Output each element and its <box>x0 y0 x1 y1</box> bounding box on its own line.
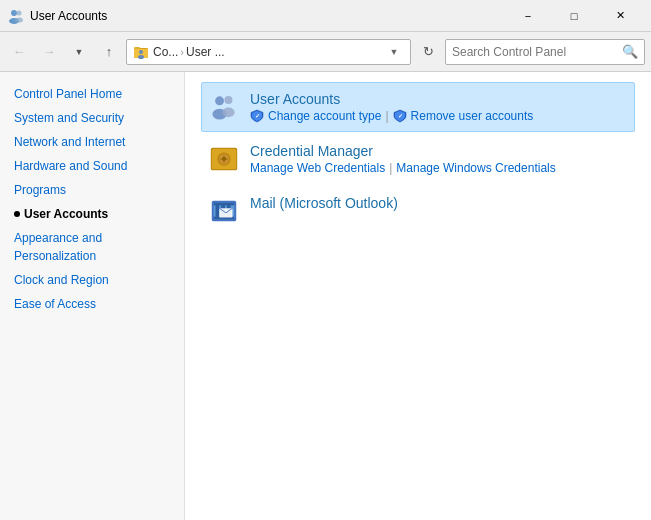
address-bar[interactable]: Co... › User ... ▼ <box>126 39 411 65</box>
svg-rect-21 <box>224 155 225 163</box>
svg-point-9 <box>215 96 224 105</box>
svg-text:✓: ✓ <box>255 113 260 119</box>
sidebar: Control Panel Home System and Security N… <box>0 72 185 520</box>
address-dropdown-button[interactable]: ▼ <box>384 40 404 64</box>
sidebar-item-ease-of-access[interactable]: Ease of Access <box>0 292 184 316</box>
window-controls: − □ ✕ <box>505 0 643 32</box>
user-accounts-title[interactable]: User Accounts <box>250 91 533 107</box>
user-accounts-links: ✓ Change account type | ✓ Remove user ac… <box>250 109 533 123</box>
sidebar-item-user-accounts[interactable]: User Accounts <box>0 202 184 226</box>
mail-outlook-body: Mail (Microsoft Outlook) <box>250 195 398 211</box>
sidebar-item-system-and-security[interactable]: System and Security <box>0 106 184 130</box>
window-title: User Accounts <box>30 9 505 23</box>
svg-point-7 <box>139 50 143 54</box>
sidebar-item-hardware-and-sound[interactable]: Hardware and Sound <box>0 154 184 178</box>
toolbar: ← → ▼ ↑ Co... › User ... ▼ ↻ 🔍 <box>0 32 651 72</box>
credential-manager-title[interactable]: Credential Manager <box>250 143 556 159</box>
sidebar-item-appearance-and-personalization[interactable]: Appearance and Personalization <box>0 226 184 268</box>
shield-icon-change: ✓ <box>250 109 264 123</box>
credential-manager-icon <box>208 143 240 175</box>
svg-point-12 <box>222 107 234 117</box>
address-crumb-2: User ... <box>186 45 225 59</box>
window-icon <box>8 8 24 24</box>
svg-point-3 <box>15 17 23 22</box>
sidebar-item-control-panel-home[interactable]: Control Panel Home <box>0 82 184 106</box>
sidebar-item-programs[interactable]: Programs <box>0 178 184 202</box>
content-item-mail-outlook: Mail (Microsoft Outlook) <box>201 186 635 236</box>
active-bullet <box>14 211 20 217</box>
content-area: User Accounts ✓ Change account type | ✓ <box>185 72 651 520</box>
credential-manager-body: Credential Manager Manage Web Credential… <box>250 143 556 175</box>
maximize-button[interactable]: □ <box>551 0 597 32</box>
back-button[interactable]: ← <box>6 39 32 65</box>
user-accounts-icon <box>208 91 240 123</box>
manage-web-credentials-link[interactable]: Manage Web Credentials <box>250 161 385 175</box>
sidebar-item-clock-and-region[interactable]: Clock and Region <box>0 268 184 292</box>
recent-locations-button[interactable]: ▼ <box>66 39 92 65</box>
svg-text:✓: ✓ <box>397 113 402 119</box>
svg-point-0 <box>11 10 17 16</box>
svg-point-8 <box>138 55 144 59</box>
credential-manager-links: Manage Web Credentials | Manage Windows … <box>250 161 556 175</box>
svg-point-11 <box>224 96 232 104</box>
change-account-type-link[interactable]: Change account type <box>268 109 381 123</box>
forward-button[interactable]: → <box>36 39 62 65</box>
svg-rect-24 <box>216 204 220 217</box>
main-area: Control Panel Home System and Security N… <box>0 72 651 520</box>
mail-outlook-title[interactable]: Mail (Microsoft Outlook) <box>250 195 398 211</box>
manage-windows-credentials-link[interactable]: Manage Windows Credentials <box>396 161 555 175</box>
shield-icon-remove: ✓ <box>393 109 407 123</box>
user-accounts-body: User Accounts ✓ Change account type | ✓ <box>250 91 533 123</box>
minimize-button[interactable]: − <box>505 0 551 32</box>
search-box[interactable]: 🔍 <box>445 39 645 65</box>
content-item-user-accounts: User Accounts ✓ Change account type | ✓ <box>201 82 635 132</box>
sidebar-section: Control Panel Home System and Security N… <box>0 82 184 316</box>
folder-icon <box>133 44 149 60</box>
content-item-credential-manager: Credential Manager Manage Web Credential… <box>201 134 635 184</box>
address-crumb-1: Co... <box>153 45 178 59</box>
search-icon[interactable]: 🔍 <box>622 44 638 59</box>
close-button[interactable]: ✕ <box>597 0 643 32</box>
svg-point-1 <box>17 10 22 15</box>
search-input[interactable] <box>452 45 622 59</box>
refresh-button[interactable]: ↻ <box>415 39 441 65</box>
title-bar: User Accounts − □ ✕ <box>0 0 651 32</box>
up-button[interactable]: ↑ <box>96 39 122 65</box>
remove-user-accounts-link[interactable]: Remove user accounts <box>411 109 534 123</box>
sidebar-item-network-and-internet[interactable]: Network and Internet <box>0 130 184 154</box>
mail-outlook-icon <box>208 195 240 227</box>
svg-rect-27 <box>214 203 235 206</box>
address-path: Co... › User ... <box>153 45 380 59</box>
